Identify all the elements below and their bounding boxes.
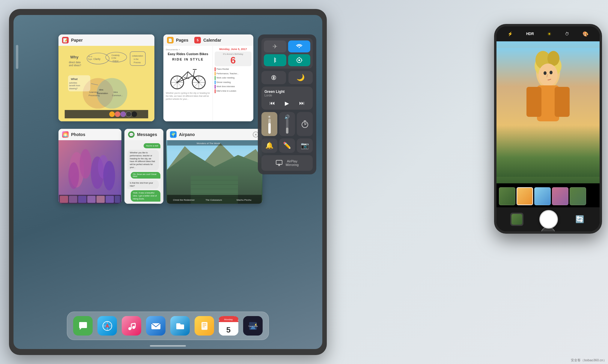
app-card-airpano[interactable]: 🌍 Airpano ✕ bbox=[166, 129, 262, 204]
cc-playback-controls: ⏮ ▶ ⏭ bbox=[264, 100, 310, 107]
cc-brightness-slider[interactable]: ☀ bbox=[261, 112, 277, 136]
cc-play-btn[interactable]: ▶ bbox=[285, 100, 289, 107]
cc-timer-btn[interactable] bbox=[297, 112, 313, 136]
svg-text:Commun...: Commun... bbox=[112, 94, 123, 97]
cc-wifi-btn[interactable] bbox=[288, 40, 311, 52]
app-card-pages[interactable]: 📄 Pages 5 Calendar Documents > Easy Ride… bbox=[163, 34, 253, 121]
photos-svg bbox=[58, 140, 121, 204]
cc-edit-btn[interactable]: ✏️ bbox=[279, 138, 295, 153]
cc-volume-track bbox=[286, 119, 288, 134]
calendar-title: Calendar bbox=[203, 38, 221, 43]
dock-travel-book[interactable]: Travel Book bbox=[243, 316, 263, 336]
svg-point-31 bbox=[115, 111, 121, 117]
app-card-messages[interactable]: 💬 Messages You're a riot! Whether you li… bbox=[124, 129, 163, 204]
svg-text:Process: Process bbox=[134, 61, 141, 64]
film-thumb-3[interactable] bbox=[534, 187, 551, 205]
cc-icons-row: 🔔 ✏️ 📷 bbox=[261, 138, 313, 153]
watermark-text: 安全客（bobao360.cn） bbox=[571, 358, 607, 362]
dock-mail[interactable] bbox=[146, 316, 165, 336]
cc-next-btn[interactable]: ⏭ bbox=[299, 100, 305, 107]
iphone-device: ⚡ HDR ☀ ⏱ 🎨 bbox=[494, 24, 602, 234]
cc-bell-btn[interactable]: 🔔 bbox=[261, 138, 277, 153]
airpano-svg: Christ the Redeemer The Colosseum Machu … bbox=[166, 140, 262, 204]
app-card-paper[interactable]: 📝 Paper Why direct data and ideas? Clari… bbox=[58, 34, 154, 121]
film-thumb-1[interactable] bbox=[499, 187, 515, 205]
svg-rect-137 bbox=[526, 87, 541, 117]
cc-artist-name: Lorde bbox=[264, 94, 310, 97]
cc-airplay-btn[interactable]: AirPlay Mirroring bbox=[261, 155, 313, 171]
dock-safari[interactable] bbox=[97, 316, 117, 336]
iphone-shutter-btn[interactable] bbox=[539, 210, 558, 229]
dock-keynote[interactable] bbox=[195, 316, 214, 336]
svg-text:What: What bbox=[71, 78, 78, 81]
svg-rect-66 bbox=[87, 196, 96, 203]
svg-text:drawing?: drawing? bbox=[69, 87, 78, 90]
svg-point-61 bbox=[103, 161, 115, 191]
airpano-content: Christ the Redeemer The Colosseum Machu … bbox=[166, 140, 262, 204]
iphone-flash-icon[interactable]: ⚡ bbox=[508, 31, 513, 36]
dock-messages[interactable] bbox=[73, 316, 93, 336]
paper-header: 📝 Paper bbox=[58, 34, 154, 46]
svg-text:activities: activities bbox=[69, 82, 77, 84]
svg-point-86 bbox=[298, 59, 300, 61]
dock-files[interactable] bbox=[170, 316, 190, 336]
ipad-device: 📝 Paper Why direct data and ideas? Clari… bbox=[9, 9, 327, 355]
cc-prev-btn[interactable]: ⏮ bbox=[270, 100, 275, 107]
svg-point-33 bbox=[126, 111, 132, 117]
svg-rect-67 bbox=[97, 196, 105, 203]
svg-text:Christ the Redeemer: Christ the Redeemer bbox=[173, 199, 195, 201]
svg-rect-89 bbox=[273, 75, 274, 77]
cc-volume-slider[interactable]: 🔊 bbox=[279, 112, 295, 136]
pages-body-text: Whether you're cycling in the city or he… bbox=[166, 92, 210, 100]
svg-point-134 bbox=[550, 71, 553, 74]
cc-airdrop-btn[interactable] bbox=[288, 54, 311, 66]
msg-sent-3: Yeah, it was a beautiful view. I got a b… bbox=[131, 190, 160, 201]
airpano-icon: 🌍 bbox=[170, 131, 177, 138]
airpano-header: 🌍 Airpano ✕ bbox=[166, 129, 262, 140]
film-thumb-4[interactable] bbox=[552, 187, 568, 205]
svg-text:Generation: Generation bbox=[97, 92, 108, 95]
iphone-hdr-label[interactable]: HDR bbox=[526, 32, 534, 36]
photos-content bbox=[58, 140, 121, 204]
cc-bluetooth-btn[interactable]: ᛒ bbox=[264, 54, 286, 66]
iphone-timer-icon[interactable]: ⏱ bbox=[565, 31, 569, 36]
iphone-last-photo[interactable] bbox=[510, 213, 523, 226]
cc-rotation-lock[interactable] bbox=[261, 71, 286, 84]
cc-airplane-btn[interactable]: ✈ bbox=[264, 40, 286, 52]
svg-text:Idea: Idea bbox=[99, 88, 103, 91]
msg-recv-1: Whether you like to performance, teacher… bbox=[127, 150, 159, 170]
cc-brightness-fill bbox=[268, 123, 271, 134]
svg-rect-68 bbox=[106, 196, 114, 203]
svg-rect-64 bbox=[69, 196, 77, 203]
cc-moon-btn[interactable]: 🌙 bbox=[288, 71, 313, 84]
svg-text:The Colosseum: The Colosseum bbox=[205, 199, 222, 201]
iphone-sun-icon[interactable]: ☀ bbox=[547, 31, 551, 37]
pages-header: 📄 Pages 5 Calendar bbox=[163, 34, 253, 46]
cc-camera-btn[interactable]: 📷 bbox=[297, 138, 313, 153]
film-thumb-5[interactable] bbox=[570, 187, 586, 205]
app-card-photos[interactable]: 🌅 Photos bbox=[58, 129, 121, 204]
pages-breadcrumb: Documents > bbox=[166, 48, 210, 51]
messages-title: Messages bbox=[137, 132, 157, 137]
cal-date-display: It's Anna's Birthday 6 bbox=[215, 52, 252, 66]
ipad-screen[interactable]: 📝 Paper Why direct data and ideas? Clari… bbox=[13, 15, 322, 349]
film-thumb-2[interactable] bbox=[517, 187, 533, 205]
iphone-color-icon[interactable]: 🎨 bbox=[583, 31, 589, 37]
last-photo-thumb bbox=[511, 214, 522, 225]
cc-volume-fill bbox=[286, 128, 288, 134]
dock-calendar[interactable]: 5Monday bbox=[219, 316, 238, 336]
photos-title: Photos bbox=[71, 132, 85, 137]
messages-header: 💬 Messages bbox=[124, 129, 163, 140]
svg-line-47 bbox=[177, 72, 188, 82]
cc-airplay-label: AirPlay Mirroring bbox=[286, 159, 299, 167]
svg-text:and ideas?: and ideas? bbox=[69, 64, 81, 67]
cc-network-group: ✈ ᛒ bbox=[261, 38, 313, 69]
ipad-sidebar-tab[interactable] bbox=[16, 45, 18, 69]
dock-music[interactable] bbox=[122, 316, 141, 336]
cc-now-playing: Green Light Lorde ⏮ ▶ ⏭ bbox=[261, 87, 313, 110]
cc-track-name: Green Light bbox=[264, 90, 310, 94]
photos-header: 🌅 Photos bbox=[58, 129, 121, 140]
svg-text:on a: on a bbox=[88, 55, 92, 58]
iphone-flip-camera-btn[interactable]: 🔄 bbox=[574, 213, 586, 225]
cal-event-5: Work time interview bbox=[215, 85, 252, 89]
